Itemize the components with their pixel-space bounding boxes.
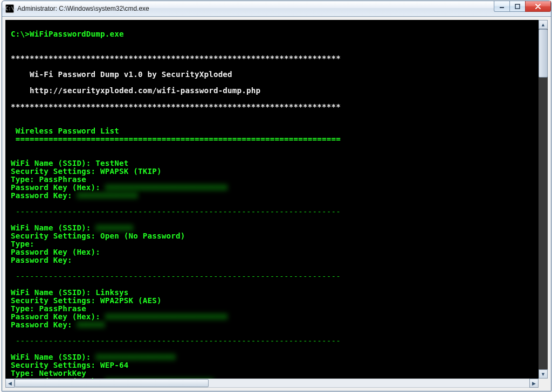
net1-type: Type:	[11, 240, 39, 248]
redacted-value: XXXXXXXXXXXXXXXXX	[95, 353, 176, 361]
net2-key: Password Key: XXXXXX	[11, 320, 105, 329]
net3-ssid: WiFi Name (SSID): XXXXXXXXXXXXXXXXX	[11, 353, 176, 361]
net2-type: Type: PassPhrase	[11, 304, 86, 313]
titlebar[interactable]: C:\ Administrator: C:\Windows\system32\c…	[2, 1, 551, 17]
vscroll-thumb[interactable]	[539, 29, 548, 78]
maximize-button[interactable]	[509, 1, 526, 12]
redacted-value: XXXXXXXX	[95, 224, 133, 232]
separator: ----------------------------------------…	[11, 207, 341, 216]
separator: ----------------------------------------…	[11, 337, 341, 345]
cmd-window: C:\ Administrator: C:\Windows\system32\c…	[2, 1, 551, 391]
net0-sec: Security Settings: WPAPSK (TKIP)	[11, 167, 162, 176]
list-header: Wireless Password List	[11, 127, 119, 135]
redacted-value: XXXXXXXXXXXXX	[77, 192, 138, 200]
vertical-scrollbar[interactable]: ▲ ▼	[539, 20, 548, 379]
net0-ssid: WiFi Name (SSID): TestNet	[11, 159, 129, 167]
resize-grip[interactable]	[539, 379, 548, 388]
window-title: Administrator: C:\Windows\system32\cmd.e…	[17, 5, 149, 12]
window-controls	[494, 1, 551, 12]
vscroll-track[interactable]	[539, 29, 548, 369]
banner-deco-top: ****************************************…	[11, 54, 341, 62]
redacted-value: XXXXXXXXXXXXXXXXXXXXXXXXXX	[105, 184, 227, 192]
net0-hex: Password Key (Hex): XXXXXXXXXXXXXXXXXXXX…	[11, 183, 227, 192]
svg-rect-0	[500, 7, 504, 8]
net2-ssid: WiFi Name (SSID): Linksys	[11, 288, 129, 297]
net2-sec: Security Settings: WPA2PSK (AES)	[11, 296, 162, 305]
net1-sec: Security Settings: Open (No Password)	[11, 232, 185, 240]
hscroll-thumb[interactable]	[15, 379, 209, 387]
scroll-left-button[interactable]: ◀	[5, 379, 15, 388]
net0-type: Type: PassPhrase	[11, 175, 86, 184]
list-header-underline: ========================================…	[11, 135, 341, 143]
horizontal-scrollbar[interactable]: ◀ ▶	[5, 379, 548, 388]
net3-sec: Security Settings: WEP-64	[11, 361, 129, 369]
close-button[interactable]	[525, 1, 551, 12]
redacted-value: XXXXXXXXXXXXXXXXXXXXXXXXXX	[105, 313, 227, 321]
console-output: C:\>WiFiPasswordDump.exe ***************…	[5, 20, 548, 379]
scroll-right-button[interactable]: ▶	[529, 379, 539, 388]
net2-hex: Password Key (Hex): XXXXXXXXXXXXXXXXXXXX…	[11, 312, 227, 321]
separator: ----------------------------------------…	[11, 272, 341, 281]
svg-rect-1	[515, 4, 520, 9]
net1-ssid: WiFi Name (SSID): XXXXXXXX	[11, 223, 133, 232]
cmd-system-icon[interactable]: C:\	[5, 4, 14, 13]
hscroll-track[interactable]	[15, 379, 529, 388]
banner-line-2: http://securityxploded.com/wifi-password…	[11, 86, 260, 95]
net0-key: Password Key: XXXXXXXXXXXXX	[11, 191, 138, 200]
minimize-button[interactable]	[494, 1, 510, 12]
net1-hex: Password Key (Hex):	[11, 248, 105, 256]
net3-type: Type: NetworkKey	[11, 369, 86, 377]
redacted-value: XXXXXX	[77, 321, 105, 329]
banner-line-1: Wi-Fi Password Dump v1.0 by SecurityXplo…	[11, 70, 232, 79]
console-client-area: C:\>WiFiPasswordDump.exe ***************…	[5, 20, 548, 379]
banner-deco-bottom: ****************************************…	[11, 102, 341, 111]
command-prompt-line: C:\>WiFiPasswordDump.exe	[11, 30, 124, 38]
net1-key: Password Key:	[11, 256, 77, 264]
scroll-down-button[interactable]: ▼	[539, 369, 548, 379]
scroll-up-button[interactable]: ▲	[539, 20, 548, 29]
